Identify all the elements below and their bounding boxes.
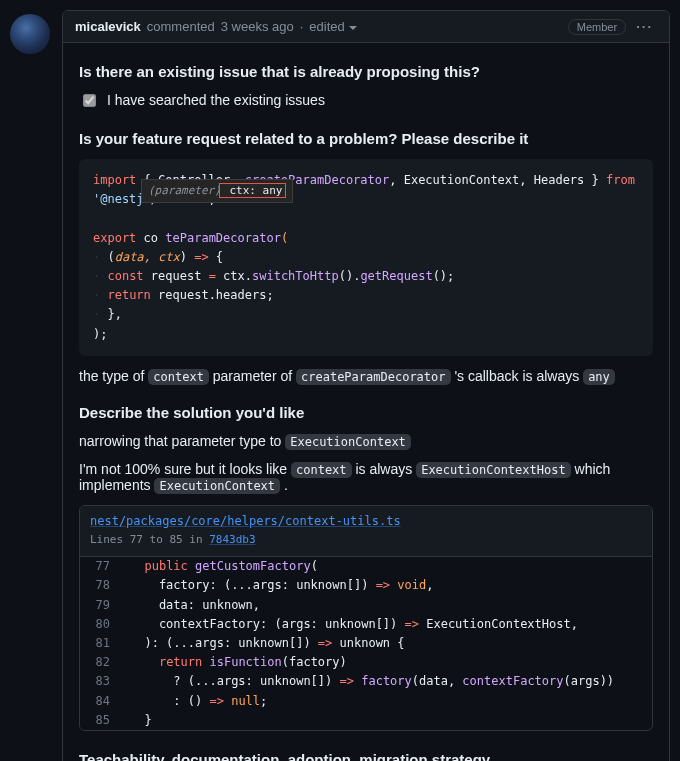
embedded-snippet: nest/packages/core/helpers/context-utils… bbox=[79, 505, 653, 731]
line-number: 80 bbox=[80, 615, 120, 634]
heading-solution: Describe the solution you'd like bbox=[79, 404, 653, 421]
snippet-sha-link[interactable]: 7843db3 bbox=[209, 533, 255, 546]
member-badge: Member bbox=[568, 19, 626, 35]
avatar[interactable] bbox=[10, 14, 50, 54]
comment-header: micalevick commented 3 weeks ago · edite… bbox=[63, 11, 669, 43]
line-number: 85 bbox=[80, 711, 120, 730]
hover-tooltip: (parameter) ctx: any bbox=[141, 179, 293, 203]
snippet-row: 79 data: unknown, bbox=[80, 596, 652, 615]
comment-container: micalevick commented 3 weeks ago · edite… bbox=[62, 10, 670, 761]
snippet-row: 83 ? (...args: unknown[]) => factory(dat… bbox=[80, 672, 652, 691]
line-number: 78 bbox=[80, 576, 120, 595]
commented-label: commented bbox=[147, 19, 215, 34]
line-code: contextFactory: (args: unknown[]) => Exe… bbox=[120, 615, 652, 634]
existing-check-label: I have searched the existing issues bbox=[107, 92, 325, 108]
tooltip-text: ctx: any bbox=[223, 184, 283, 197]
line-code: : () => null; bbox=[120, 692, 652, 711]
line-code: return isFunction(factory) bbox=[120, 653, 652, 672]
problem-paragraph: the type of context parameter of createP… bbox=[79, 368, 653, 384]
chevron-down-icon bbox=[349, 26, 357, 30]
edited-dropdown[interactable]: edited bbox=[309, 19, 356, 34]
line-code: public getCustomFactory( bbox=[120, 557, 652, 576]
line-number: 81 bbox=[80, 634, 120, 653]
snippet-row: 78 factory: (...args: unknown[]) => void… bbox=[80, 576, 652, 595]
snippet-row: 80 contextFactory: (args: unknown[]) => … bbox=[80, 615, 652, 634]
timestamp[interactable]: 3 weeks ago bbox=[221, 19, 294, 34]
line-number: 79 bbox=[80, 596, 120, 615]
heading-problem: Is your feature request related to a pro… bbox=[79, 130, 653, 147]
snippet-row: 85 } bbox=[80, 711, 652, 730]
line-number: 83 bbox=[80, 672, 120, 691]
existing-checkbox bbox=[83, 94, 96, 107]
snippet-row: 82 return isFunction(factory) bbox=[80, 653, 652, 672]
line-code: ? (...args: unknown[]) => factory(data, … bbox=[120, 672, 652, 691]
comment-body: Is there an existing issue that is alrea… bbox=[63, 63, 669, 761]
snippet-row: 77 public getCustomFactory( bbox=[80, 557, 652, 576]
line-number: 84 bbox=[80, 692, 120, 711]
code-block-1: (parameter) ctx: any import { Controller… bbox=[79, 159, 653, 356]
heading-teach: Teachability, documentation, adoption, m… bbox=[79, 751, 653, 761]
author-link[interactable]: micalevick bbox=[75, 19, 141, 34]
solution-paragraph-1: narrowing that parameter type to Executi… bbox=[79, 433, 653, 449]
line-code: data: unknown, bbox=[120, 596, 652, 615]
snippet-row: 84 : () => null; bbox=[80, 692, 652, 711]
snippet-path-link[interactable]: nest/packages/core/helpers/context-utils… bbox=[90, 514, 401, 528]
snippet-row: 81 ): (...args: unknown[]) => unknown { bbox=[80, 634, 652, 653]
line-code: } bbox=[120, 711, 652, 730]
solution-paragraph-2: I'm not 100% sure but it looks like cont… bbox=[79, 461, 653, 493]
heading-existing: Is there an existing issue that is alrea… bbox=[79, 63, 653, 80]
line-number: 82 bbox=[80, 653, 120, 672]
line-code: ): (...args: unknown[]) => unknown { bbox=[120, 634, 652, 653]
more-actions-icon[interactable]: ··· bbox=[632, 17, 657, 36]
line-number: 77 bbox=[80, 557, 120, 576]
line-code: factory: (...args: unknown[]) => void, bbox=[120, 576, 652, 595]
